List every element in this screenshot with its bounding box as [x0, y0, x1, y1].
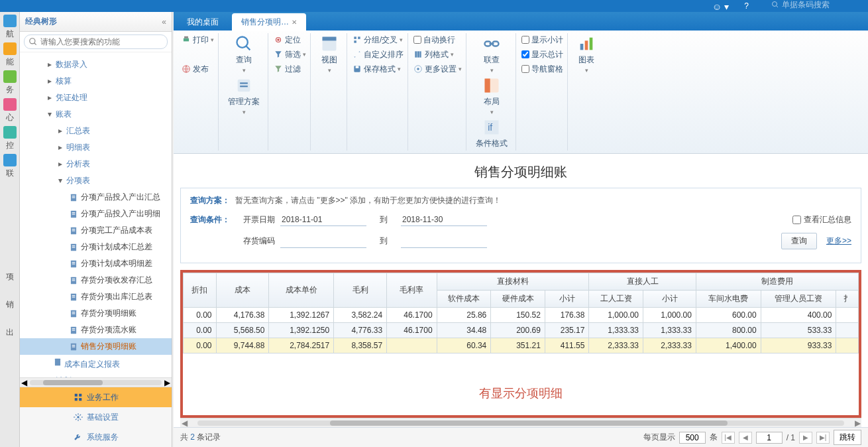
col-group-labor[interactable]: 直接人工: [589, 273, 696, 290]
custom-sort-button[interactable]: 自定义排序: [353, 48, 404, 61]
tree-leaf[interactable]: 分项计划成本明细差: [20, 255, 172, 272]
tree-node[interactable]: 成本自定义报表: [20, 355, 172, 373]
prev-page-button[interactable]: ◀: [739, 432, 752, 444]
more-settings-button[interactable]: 更多设置: [413, 62, 462, 76]
col-margin[interactable]: 毛利率: [387, 273, 437, 308]
pivot-button[interactable]: 分组/交叉: [353, 33, 404, 46]
save-format-button[interactable]: 保存格式: [353, 62, 404, 76]
col-mat-sw[interactable]: 软件成本: [437, 290, 491, 308]
filter-sel-button[interactable]: 筛选: [274, 48, 306, 61]
tree-leaf[interactable]: 分项完工产品成本表: [20, 222, 172, 239]
publish-button[interactable]: 发布: [182, 62, 214, 76]
locate-button[interactable]: 定位: [274, 33, 306, 46]
svg-rect-34: [55, 359, 60, 366]
close-icon[interactable]: ✕: [292, 19, 297, 26]
col-lab-sub[interactable]: 小计: [643, 290, 696, 308]
rail-item[interactable]: 航: [1, 15, 19, 40]
col-group-material[interactable]: 直接材料: [437, 273, 589, 290]
tree-leaf[interactable]: 存货分项流水账: [20, 322, 172, 338]
last-page-button[interactable]: ▶|: [816, 432, 830, 444]
chart-button[interactable]: 图表: [573, 33, 600, 75]
tab-desktop[interactable]: 我的桌面: [178, 13, 228, 31]
tree-node[interactable]: 明细表: [20, 139, 172, 156]
nav-window-check[interactable]: 导航窗格: [521, 62, 563, 76]
table-row[interactable]: 0.005,568.501,392.12504,776.3346.170034.…: [184, 323, 859, 338]
tree-leaf[interactable]: 分项计划成本汇总差: [20, 239, 172, 255]
rail-item[interactable]: 出: [1, 320, 19, 345]
tree-node[interactable]: 账表: [20, 106, 172, 123]
col-mat-sub[interactable]: 小计: [545, 290, 589, 308]
rail-item[interactable]: 务: [1, 70, 19, 96]
rail-item[interactable]: 控: [1, 126, 19, 151]
table-row[interactable]: 0.009,744.882,784.25178,358.5760.34351.2…: [184, 338, 859, 353]
date-to-input[interactable]: [401, 213, 487, 226]
more-link[interactable]: 更多>>: [826, 235, 851, 247]
jump-button[interactable]: 跳转: [834, 430, 861, 445]
col-cost[interactable]: 成本: [216, 273, 269, 308]
col-mfg-pw[interactable]: 车间水电费: [696, 290, 761, 308]
tree-search-input[interactable]: [40, 37, 163, 46]
tree-leaf[interactable]: 存货分项明细账: [20, 305, 172, 322]
svg-rect-17: [72, 262, 76, 263]
stock-from-input[interactable]: [280, 235, 366, 248]
stock-to-input[interactable]: [401, 235, 487, 248]
show-total-check[interactable]: 显示总计: [521, 48, 563, 61]
first-page-button[interactable]: |◀: [722, 432, 735, 444]
footer-tab-system[interactable]: 系统服务: [20, 427, 172, 447]
query-button[interactable]: 查询: [781, 233, 817, 249]
tree-node[interactable]: 汇总表: [20, 123, 172, 139]
autowrap-check[interactable]: 自动换行: [413, 33, 462, 46]
summary-check[interactable]: 查看汇总信息: [792, 214, 851, 225]
filter-button[interactable]: 过滤: [274, 62, 306, 76]
tree-leaf[interactable]: 分项产品投入产出汇总: [20, 189, 172, 206]
page-input[interactable]: [756, 432, 783, 444]
cell: [387, 338, 437, 353]
cond-format-button[interactable]: if条件格式: [472, 117, 512, 151]
tree-node[interactable]: 计划: [20, 373, 172, 377]
query-button[interactable]: 查询: [224, 33, 264, 75]
rail-item[interactable]: 能: [1, 42, 19, 68]
plan-button[interactable]: 管理方案: [224, 75, 264, 117]
col-group-mfg[interactable]: 制造费用: [696, 273, 858, 290]
tree-leaf[interactable]: 分项产品投入产出明细: [20, 206, 172, 222]
show-subtotal-check[interactable]: 显示小计: [521, 33, 563, 46]
tree-leaf-active[interactable]: 销售分项明细账: [20, 338, 172, 355]
tree-leaf[interactable]: 存货分项收发存汇总: [20, 272, 172, 288]
barcode-search-input[interactable]: [782, 0, 861, 9]
smiley-icon[interactable]: ☺ ▾: [712, 1, 729, 12]
footer-tab-settings[interactable]: 基础设置: [20, 407, 172, 427]
col-mat-hw[interactable]: 硬件成本: [491, 290, 545, 308]
table-row[interactable]: 0.004,176.381,392.12673,582.2446.170025.…: [184, 308, 859, 323]
tree-node[interactable]: 核算: [20, 73, 172, 90]
footer-tab-business[interactable]: 业务工作: [20, 387, 172, 407]
col-format-button[interactable]: 列格式: [413, 48, 462, 61]
tree-node[interactable]: 数据录入: [20, 56, 172, 73]
col-discount[interactable]: 折扣: [184, 273, 217, 308]
tree-node[interactable]: 分项表: [20, 172, 172, 189]
date-from-input[interactable]: [280, 213, 366, 226]
tree-leaf[interactable]: 存货分项出库汇总表: [20, 288, 172, 305]
rail-item[interactable]: 心: [1, 98, 19, 123]
perpage-input[interactable]: [679, 432, 706, 444]
col-profit[interactable]: 毛利: [334, 273, 387, 308]
tab-report[interactable]: 销售分项明…✕: [232, 13, 306, 31]
barcode-search[interactable]: [771, 0, 861, 9]
col-unit-cost[interactable]: 成本单价: [269, 273, 334, 308]
col-mfg-mg[interactable]: 管理人员工资: [761, 290, 836, 308]
collapse-icon[interactable]: «: [162, 17, 166, 27]
view-button[interactable]: 视图: [316, 33, 343, 75]
col-mfg-more[interactable]: 扌: [836, 290, 859, 308]
tree-hscroll[interactable]: ◀▶: [20, 377, 172, 387]
rail-item[interactable]: 项: [1, 264, 19, 289]
next-page-button[interactable]: ▶: [799, 432, 812, 444]
rail-item[interactable]: 销: [1, 292, 19, 317]
col-lab-w[interactable]: 工人工资: [589, 290, 643, 308]
print-button[interactable]: 打印: [182, 33, 214, 46]
drill-button[interactable]: 联查: [472, 33, 512, 75]
table-hscroll[interactable]: ◀▶: [180, 418, 861, 427]
rail-item[interactable]: 联: [1, 154, 19, 179]
tree-node[interactable]: 分析表: [20, 156, 172, 172]
help-icon[interactable]: ?: [744, 1, 749, 11]
layout-button[interactable]: 布局: [472, 75, 512, 117]
tree-node[interactable]: 凭证处理: [20, 90, 172, 106]
